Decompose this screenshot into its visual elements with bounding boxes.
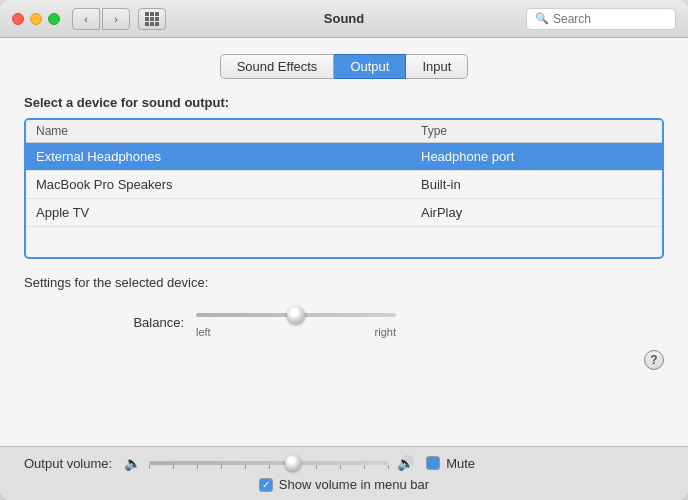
volume-ticks	[149, 465, 389, 469]
device-type: Built-in	[421, 177, 652, 192]
mute-label: Mute	[446, 456, 475, 471]
mute-checkbox[interactable]	[426, 456, 440, 470]
show-volume-checkbox[interactable]: ✓	[259, 478, 273, 492]
window-title: Sound	[324, 11, 364, 26]
tab-input[interactable]: Input	[406, 54, 468, 79]
output-volume-slider[interactable]	[149, 455, 389, 471]
balance-left-label: left	[196, 326, 211, 338]
grid-button[interactable]	[138, 8, 166, 30]
balance-row: Balance: left right	[24, 306, 664, 338]
show-volume-row: ✓ Show volume in menu bar	[24, 477, 664, 492]
table-row[interactable]: External Headphones Headphone port	[26, 143, 662, 171]
table-row[interactable]: Apple TV AirPlay	[26, 199, 662, 227]
balance-slider-thumb[interactable]	[287, 306, 305, 324]
show-volume-label: Show volume in menu bar	[279, 477, 429, 492]
back-button[interactable]: ‹	[72, 8, 100, 30]
help-area: ?	[24, 350, 664, 370]
device-table: Name Type External Headphones Headphone …	[24, 118, 664, 259]
volume-low-icon: 🔈	[124, 455, 141, 471]
forward-button[interactable]: ›	[102, 8, 130, 30]
grid-icon	[145, 12, 159, 26]
device-type: Headphone port	[421, 149, 652, 164]
bottom-bar: Output volume: 🔈 🔊 Mute ✓	[0, 446, 688, 500]
col-header-name: Name	[36, 124, 421, 138]
search-icon: 🔍	[535, 12, 549, 25]
table-header: Name Type	[26, 120, 662, 143]
maximize-button[interactable]	[48, 13, 60, 25]
close-button[interactable]	[12, 13, 24, 25]
content-area: Sound Effects Output Input Select a devi…	[0, 38, 688, 446]
device-type: AirPlay	[421, 205, 652, 220]
col-header-type: Type	[421, 124, 652, 138]
balance-label: Balance:	[104, 315, 184, 330]
table-row-empty	[26, 227, 662, 257]
tab-sound-effects[interactable]: Sound Effects	[220, 54, 335, 79]
titlebar: ‹ › Sound 🔍	[0, 0, 688, 38]
tab-bar: Sound Effects Output Input	[24, 54, 664, 79]
device-name: MacBook Pro Speakers	[36, 177, 421, 192]
volume-high-icon: 🔊	[397, 455, 414, 471]
search-input[interactable]	[553, 12, 667, 26]
device-section-title: Select a device for sound output:	[24, 95, 664, 110]
table-row[interactable]: MacBook Pro Speakers Built-in	[26, 171, 662, 199]
balance-right-label: right	[375, 326, 396, 338]
balance-slider-labels: left right	[196, 326, 396, 338]
volume-row: Output volume: 🔈 🔊 Mute	[24, 455, 664, 471]
device-name: Apple TV	[36, 205, 421, 220]
nav-buttons: ‹ ›	[72, 8, 130, 30]
balance-slider-container: left right	[196, 306, 396, 338]
balance-slider[interactable]	[196, 306, 396, 324]
minimize-button[interactable]	[30, 13, 42, 25]
search-box[interactable]: 🔍	[526, 8, 676, 30]
device-name: External Headphones	[36, 149, 421, 164]
tab-output[interactable]: Output	[334, 54, 406, 79]
settings-section-title: Settings for the selected device:	[24, 275, 664, 290]
help-button[interactable]: ?	[644, 350, 664, 370]
checkmark-icon: ✓	[262, 480, 270, 490]
output-volume-label: Output volume:	[24, 456, 112, 471]
traffic-lights	[12, 13, 60, 25]
main-window: ‹ › Sound 🔍 Sound Effects Output Input S…	[0, 0, 688, 500]
